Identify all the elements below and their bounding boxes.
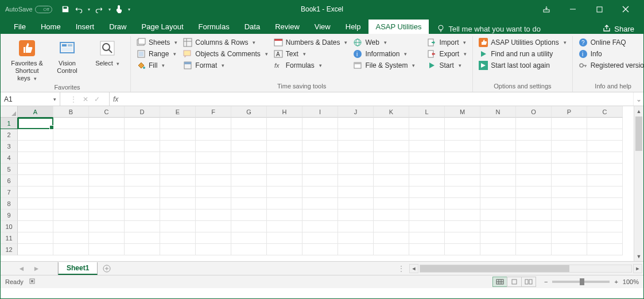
tab-review[interactable]: Review [267, 20, 307, 34]
row-header[interactable]: 12 [1, 244, 18, 255]
cell[interactable] [409, 118, 445, 129]
cell[interactable] [445, 152, 480, 164]
cell[interactable] [18, 141, 53, 152]
cell[interactable] [587, 232, 623, 244]
column-header[interactable]: I [302, 106, 338, 118]
cell[interactable] [302, 209, 338, 221]
cell[interactable] [409, 209, 445, 221]
cell[interactable] [231, 244, 267, 255]
cell[interactable] [267, 232, 302, 244]
row-header[interactable]: 2 [1, 129, 18, 141]
cell[interactable] [89, 209, 125, 221]
cell[interactable] [480, 152, 516, 164]
info-button[interactable]: iInfo [577, 49, 644, 59]
fill-button[interactable]: Fill [135, 60, 179, 71]
sheets-button[interactable]: Sheets [135, 37, 179, 48]
name-box[interactable]: A1 ▾ [1, 92, 60, 106]
find-run-utility-button[interactable]: Find and run a utility [478, 49, 568, 59]
cell[interactable] [445, 129, 480, 141]
row-header[interactable]: 1 [1, 118, 18, 129]
cell[interactable] [53, 232, 89, 244]
cell[interactable] [409, 141, 445, 152]
tab-draw[interactable]: Draw [102, 20, 134, 34]
cell[interactable] [18, 164, 53, 175]
cell[interactable] [89, 152, 125, 164]
column-header[interactable]: L [409, 106, 445, 118]
tab-asap-utilities[interactable]: ASAP Utilities [368, 20, 429, 34]
cell[interactable] [409, 152, 445, 164]
cell[interactable] [480, 232, 516, 244]
save-icon[interactable] [61, 5, 69, 13]
cell[interactable] [338, 232, 374, 244]
cell[interactable] [552, 141, 587, 152]
cell[interactable] [125, 221, 160, 232]
column-header[interactable]: D [125, 106, 160, 118]
cell[interactable] [338, 175, 374, 187]
column-header[interactable]: O [516, 106, 552, 118]
cell[interactable] [267, 209, 302, 221]
cell[interactable] [231, 129, 267, 141]
cell[interactable] [516, 221, 552, 232]
redo-dropdown-icon[interactable]: ▾ [108, 7, 111, 12]
cell[interactable] [196, 209, 231, 221]
cell[interactable] [160, 118, 196, 129]
cell[interactable] [18, 244, 53, 255]
row-header[interactable]: 4 [1, 152, 18, 164]
cell[interactable] [445, 141, 480, 152]
cell[interactable] [196, 129, 231, 141]
sheet-next-icon[interactable]: ► [33, 265, 40, 273]
qat-customize-icon[interactable]: ▾ [128, 7, 130, 12]
column-header[interactable]: F [196, 106, 231, 118]
cell[interactable] [552, 187, 587, 198]
cell[interactable] [516, 141, 552, 152]
vertical-scrollbar[interactable]: ▲ ▼ [634, 106, 643, 261]
cell[interactable] [160, 152, 196, 164]
cell[interactable] [231, 118, 267, 129]
favorites-shortcut-keys-button[interactable]: Favorites & Shortcut keys [9, 37, 45, 83]
cell[interactable] [160, 244, 196, 255]
cell[interactable] [18, 187, 53, 198]
cell[interactable] [552, 198, 587, 209]
row-header[interactable]: 3 [1, 141, 18, 152]
scroll-left-icon[interactable]: ◄ [409, 264, 418, 273]
cell[interactable] [552, 152, 587, 164]
cell[interactable] [445, 232, 480, 244]
zoom-slider[interactable] [552, 281, 610, 283]
cell[interactable] [338, 187, 374, 198]
scroll-down-icon[interactable]: ▼ [634, 251, 643, 261]
cell[interactable] [552, 129, 587, 141]
cell[interactable] [267, 152, 302, 164]
select-button[interactable]: Select [89, 37, 126, 68]
column-header[interactable]: P [552, 106, 587, 118]
undo-dropdown-icon[interactable]: ▾ [88, 7, 90, 12]
cell[interactable] [445, 221, 480, 232]
cell[interactable] [231, 141, 267, 152]
cell[interactable] [18, 129, 53, 141]
cell[interactable] [53, 187, 89, 198]
cell[interactable] [267, 187, 302, 198]
cell[interactable] [374, 175, 409, 187]
cell[interactable] [409, 164, 445, 175]
redo-icon[interactable] [95, 5, 104, 13]
cell[interactable] [196, 198, 231, 209]
cell[interactable] [160, 221, 196, 232]
cell[interactable] [231, 232, 267, 244]
cell[interactable] [445, 209, 480, 221]
import-button[interactable]: Import [426, 37, 468, 48]
web-button[interactable]: Web [352, 37, 416, 48]
vscroll-thumb[interactable] [635, 117, 642, 151]
online-faq-button[interactable]: ?Online FAQ [577, 37, 644, 48]
cell[interactable] [552, 221, 587, 232]
cell[interactable] [587, 221, 623, 232]
macro-record-icon[interactable] [29, 278, 37, 286]
hscroll-thumb[interactable] [420, 265, 569, 272]
cell[interactable] [516, 164, 552, 175]
cell[interactable] [53, 221, 89, 232]
cell[interactable] [53, 198, 89, 209]
ribbon-display-options-icon[interactable] [533, 1, 560, 18]
cancel-formula-icon[interactable]: ✕ [83, 95, 88, 103]
fx-label[interactable]: fx [110, 92, 127, 106]
text-button[interactable]: AText [273, 49, 349, 59]
zoom-in-button[interactable]: + [614, 278, 618, 285]
cell[interactable] [516, 209, 552, 221]
